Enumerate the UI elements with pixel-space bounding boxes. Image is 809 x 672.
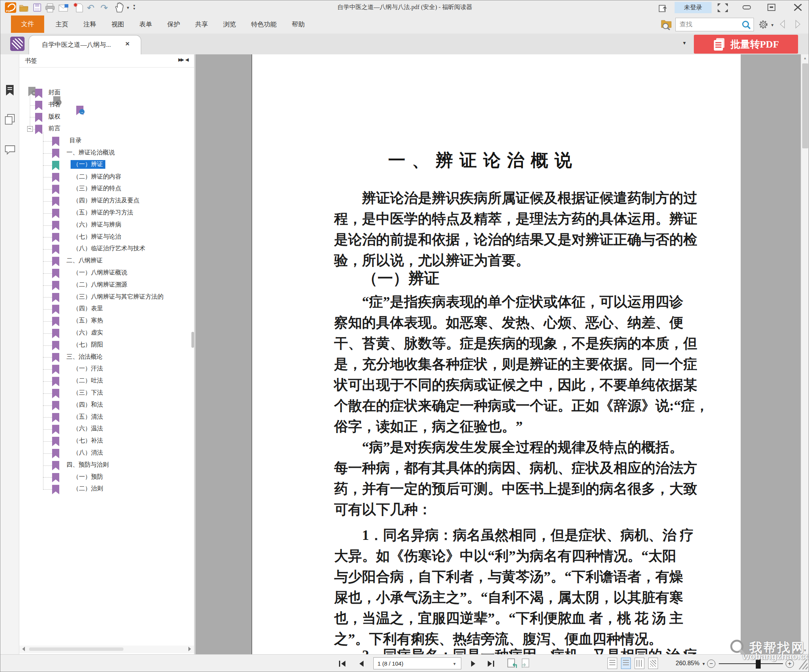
page-thumbnails-icon[interactable] <box>5 114 15 124</box>
bookmark-flag-icon <box>52 389 59 398</box>
vertical-scrollbar[interactable]: ▲ ▼ <box>801 54 809 654</box>
scroll-left-icon[interactable] <box>22 647 25 651</box>
bookmark-item[interactable]: （二）辨证的内容 <box>19 171 194 183</box>
share-icon[interactable] <box>658 3 668 12</box>
bookmark-item[interactable]: 四、预防与治则 <box>19 459 194 472</box>
bookmark-item[interactable]: （五）辨证的学习方法 <box>19 207 194 219</box>
menu-item[interactable]: 特色功能 <box>243 20 284 29</box>
menu-item[interactable]: 浏览 <box>216 20 243 29</box>
close-button[interactable] <box>794 3 802 11</box>
collapse-panel-icon[interactable]: ◀ <box>185 57 189 62</box>
bookmark-item[interactable]: 前言 <box>19 123 194 135</box>
bookmark-item[interactable]: （四）表里 <box>19 303 194 315</box>
first-page-button[interactable] <box>339 661 340 667</box>
text-line: “病”是对疾病发生发展全过程的规律及特点的概括。 <box>334 437 704 457</box>
zoom-out-button[interactable]: − <box>707 660 715 668</box>
restore-button[interactable] <box>767 4 775 11</box>
bookmark-item[interactable]: （二）吐法 <box>19 375 194 387</box>
bookmark-item[interactable]: 目录 <box>19 135 194 147</box>
bookmark-item[interactable]: 书名 <box>19 99 194 111</box>
menu-item[interactable]: 主页 <box>48 20 76 29</box>
bookmark-item[interactable]: （三）下法 <box>19 387 194 400</box>
bookmark-item[interactable]: 版权 <box>19 111 194 123</box>
bookmarks-horizontal-scrollbar[interactable] <box>19 645 194 653</box>
bookmark-item[interactable]: 封面 <box>19 87 194 99</box>
scrollbar-thumb[interactable] <box>29 647 123 651</box>
continuous-view-icon[interactable] <box>621 658 631 669</box>
pdf-page[interactable]: 一、辨证论治概说 辨证论治是辨识疾病所属证候及根据证候遣药制方的过程，是中医学的… <box>252 54 741 654</box>
login-button[interactable]: 未登录 <box>675 2 712 13</box>
bookmark-item[interactable]: （一）八纲辨证概说 <box>19 267 194 279</box>
bookmark-item[interactable]: （四）辨证的方法及要点 <box>19 195 194 207</box>
scrollbar-thumb[interactable] <box>802 64 808 148</box>
first-page-icon[interactable] <box>341 661 346 667</box>
fullscreen-icon[interactable] <box>718 3 728 12</box>
panel-divider-grip[interactable] <box>191 332 194 348</box>
menu-item[interactable]: 帮助 <box>284 20 312 29</box>
bookmark-item[interactable]: （八）消法 <box>19 447 194 459</box>
minimize-button[interactable] <box>743 5 751 9</box>
menu-tab-file[interactable]: 文件 <box>11 15 44 33</box>
search-folder-icon[interactable] <box>661 18 672 30</box>
bookmark-item[interactable]: （二）八纲辨证溯源 <box>19 279 194 291</box>
batch-convert-pdf-button[interactable]: 批量转PDF <box>694 35 798 54</box>
bookmark-item[interactable]: （六）虚实 <box>19 327 194 339</box>
find-previous-icon[interactable] <box>779 20 786 29</box>
bookmark-item[interactable]: （七）补法 <box>19 435 194 447</box>
bookmark-item[interactable]: （四）和法 <box>19 400 194 412</box>
find-next-icon[interactable] <box>794 20 801 29</box>
menu-item[interactable]: 注释 <box>76 20 104 29</box>
search-settings-gear-icon[interactable] <box>759 20 768 29</box>
zoom-slider-track[interactable] <box>719 663 783 664</box>
bookmark-item[interactable]: （一）辨证 <box>19 159 194 171</box>
bookmark-item[interactable]: （二）治则 <box>19 483 194 495</box>
document-tab[interactable]: 自学中医之道—八纲与... × <box>29 35 141 54</box>
facing-view-icon[interactable] <box>634 658 645 669</box>
bookmarks-panel-icon[interactable] <box>5 84 14 96</box>
tab-close-icon[interactable]: × <box>125 40 129 48</box>
search-settings-dropdown-icon[interactable]: ▼ <box>770 23 774 27</box>
tab-list-dropdown-icon[interactable]: ▼ <box>682 40 687 46</box>
last-page-button[interactable] <box>493 661 494 667</box>
comments-panel-icon[interactable] <box>5 145 15 155</box>
bookmark-item[interactable]: （六）辨证与辨病 <box>19 219 194 232</box>
paragraph-partial: 2．同病异名：同是一种病因、病机，又是相同的 治 疗 <box>334 645 704 654</box>
bookmark-item[interactable]: （七）辨证与论治 <box>19 232 194 244</box>
bookmark-flag-icon <box>52 317 59 326</box>
bookmark-item[interactable]: （一）预防 <box>19 472 194 484</box>
page-input-dropdown-icon[interactable]: ▼ <box>453 662 457 666</box>
expand-panel-icon[interactable]: ▶▶ <box>178 57 183 62</box>
single-page-view-icon[interactable] <box>608 658 617 669</box>
menu-item[interactable]: 共享 <box>188 20 216 29</box>
next-page-icon[interactable] <box>471 661 475 667</box>
bookmark-item[interactable]: （五）寒热 <box>19 315 194 327</box>
bookmark-item[interactable]: （三）八纲辨证与其它辨证方法的 <box>19 291 194 304</box>
bookmark-item[interactable]: （六）温法 <box>19 423 194 435</box>
bookmark-item[interactable]: （七）阴阳 <box>19 339 194 351</box>
scroll-right-icon[interactable] <box>188 647 191 651</box>
bookmark-item[interactable]: （八）临证治疗艺术与技术 <box>19 243 194 255</box>
paragraph: “病”是对疾病发生发展全过程的规律及特点的概括。每一种病，都有其具体的病因、病机… <box>334 437 704 520</box>
menu-item[interactable]: 保护 <box>160 20 188 29</box>
scroll-up-icon[interactable]: ▲ <box>803 56 807 60</box>
menu-item[interactable]: 表单 <box>132 20 160 29</box>
previous-page-icon[interactable] <box>359 661 364 667</box>
bookmark-label: （二）八纲辨证溯源 <box>73 281 127 289</box>
next-view-icon[interactable] <box>521 658 532 669</box>
bookmark-item[interactable]: 二、八纲辨证 <box>19 255 194 267</box>
bookmark-item[interactable]: （一）汗法 <box>19 363 194 375</box>
bookmark-item[interactable]: 一、辨证论治概说 <box>19 147 194 159</box>
last-page-icon[interactable] <box>488 661 492 667</box>
menu-item[interactable]: 视图 <box>104 20 132 29</box>
paragraph: “症”是指疾病表现的单个症状或体征，可以运用四诊察知的具体表现。如恶寒、发热、心… <box>334 291 704 437</box>
bookmark-item[interactable]: 三、治法概论 <box>19 351 194 364</box>
bookmark-item[interactable]: （五）清法 <box>19 412 194 423</box>
batch-button-label: 批量转PDF <box>730 38 779 51</box>
search-icon[interactable] <box>742 20 751 29</box>
text-line: 俗字，读如正，病之征验也。” <box>334 416 704 437</box>
previous-view-icon[interactable] <box>507 658 517 669</box>
continuous-facing-view-icon[interactable] <box>648 658 658 669</box>
bookmark-item[interactable]: （三）辨证的特点 <box>19 183 194 195</box>
zoom-dropdown-icon[interactable]: ▼ <box>702 662 705 666</box>
page-number-input[interactable] <box>373 657 461 669</box>
